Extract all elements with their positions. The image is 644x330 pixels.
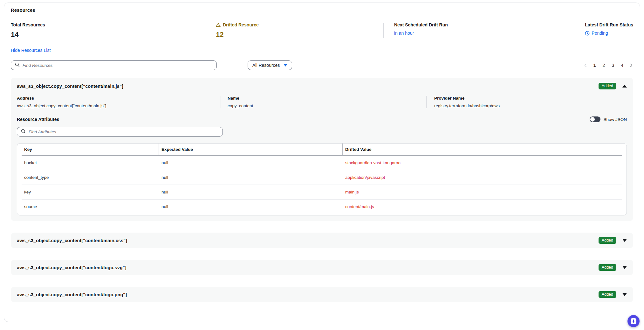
- resource-fields: Address aws_s3_object.copy_content["cont…: [17, 96, 627, 108]
- field-address: Address aws_s3_object.copy_content["cont…: [17, 96, 221, 108]
- stats-row: Total Resources 14 Drifted Resource 12 N…: [11, 22, 633, 39]
- clock-icon: [585, 31, 590, 36]
- column-header-key: Key: [22, 144, 159, 155]
- resource-card-collapsed[interactable]: aws_s3_object.copy_content["content/logo…: [11, 260, 633, 275]
- latest-status-link[interactable]: Pending: [585, 31, 633, 36]
- find-resources-input[interactable]: [23, 63, 213, 68]
- pagination: 1 2 3 4: [584, 62, 633, 68]
- chevron-left-icon[interactable]: [584, 63, 588, 67]
- show-json-label: Show JSON: [603, 117, 627, 122]
- next-run-time-link[interactable]: in an hour: [394, 31, 585, 36]
- table-row: content_type null application/javascript: [22, 170, 622, 185]
- resource-card-collapsed[interactable]: aws_s3_object.copy_content["content/main…: [11, 233, 633, 248]
- collapse-caret-icon[interactable]: [622, 85, 627, 88]
- filter-selected-value: All Resources: [252, 63, 280, 68]
- hide-resources-list-link[interactable]: Hide Resources List: [11, 48, 51, 53]
- search-icon: [15, 62, 20, 68]
- attributes-table: Key Expected Value Drifted Value bucket …: [17, 143, 627, 215]
- column-header-expected: Expected Value: [159, 144, 343, 155]
- resources-panel: Resources Total Resources 14 Drifted Res…: [4, 3, 640, 322]
- status-badge: Added: [599, 291, 616, 298]
- resource-search-box[interactable]: [11, 60, 217, 70]
- toggle-knob: [590, 117, 595, 122]
- stat-next-drift-run: Next Scheduled Drift Run in an hour: [384, 22, 585, 39]
- stat-drifted-label: Drifted Resource: [223, 22, 259, 27]
- latest-status-text: Pending: [592, 31, 608, 36]
- column-header-drifted: Drifted Value: [343, 144, 622, 155]
- attribute-search-box[interactable]: [17, 127, 223, 137]
- status-badge: Added: [599, 264, 616, 271]
- table-header-row: Key Expected Value Drifted Value: [22, 144, 622, 156]
- resource-filter-dropdown[interactable]: All Resources: [248, 60, 292, 70]
- table-row: bucket null stackguardian-vast-kangaroo: [22, 156, 622, 170]
- expand-caret-icon[interactable]: [622, 239, 627, 242]
- stat-drifted-value: 12: [216, 31, 383, 39]
- stat-next-run-label: Next Scheduled Drift Run: [394, 22, 585, 27]
- resource-card-collapsed[interactable]: aws_s3_object.copy_content["content/logo…: [11, 287, 633, 302]
- status-badge: Added: [599, 83, 616, 89]
- status-badge: Added: [599, 237, 616, 244]
- show-json-toggle[interactable]: [590, 116, 600, 122]
- resource-title: aws_s3_object.copy_content["content/main…: [17, 238, 127, 243]
- stat-latest-status-label: Latest Drift Run Status: [585, 22, 633, 27]
- resource-attributes-header: Resource Attributes Show JSON: [17, 116, 627, 122]
- page-button-3[interactable]: 3: [611, 62, 615, 68]
- stat-total-resources: Total Resources 14: [11, 22, 208, 39]
- page-button-2[interactable]: 2: [602, 62, 606, 68]
- page-button-4[interactable]: 4: [620, 62, 624, 68]
- field-provider-name: Provider Name registry.terraform.io/hash…: [427, 96, 627, 108]
- stat-drifted-resource: Drifted Resource 12: [208, 22, 383, 39]
- plus-icon: [631, 318, 636, 324]
- stat-total-label: Total Resources: [11, 22, 208, 27]
- chevron-right-icon[interactable]: [629, 63, 633, 67]
- add-action-fab[interactable]: [627, 315, 640, 327]
- expand-caret-icon[interactable]: [622, 293, 627, 296]
- stat-latest-drift-status: Latest Drift Run Status Pending: [585, 22, 633, 39]
- resource-title: aws_s3_object.copy_content["content/logo…: [17, 292, 127, 297]
- resource-card-expanded: aws_s3_object.copy_content["content/main…: [11, 78, 633, 221]
- resource-title: aws_s3_object.copy_content["content/logo…: [17, 265, 127, 270]
- warning-triangle-icon: [216, 23, 221, 27]
- table-row: source null content/main.js: [22, 200, 622, 214]
- chevron-down-icon: [284, 64, 287, 67]
- page-title: Resources: [11, 7, 633, 13]
- find-attributes-input[interactable]: [29, 130, 219, 134]
- table-row: key null main.js: [22, 185, 622, 200]
- stat-total-value: 14: [11, 31, 208, 39]
- page-button-1[interactable]: 1: [593, 62, 597, 68]
- resource-title: aws_s3_object.copy_content["content/main…: [17, 84, 123, 89]
- expand-caret-icon[interactable]: [622, 266, 627, 269]
- resource-controls: All Resources 1 2 3 4: [11, 60, 633, 70]
- field-name: Name copy_content: [221, 96, 426, 108]
- search-icon: [21, 129, 26, 135]
- resource-attributes-title: Resource Attributes: [17, 117, 59, 122]
- resource-card-header[interactable]: aws_s3_object.copy_content["content/main…: [17, 83, 627, 89]
